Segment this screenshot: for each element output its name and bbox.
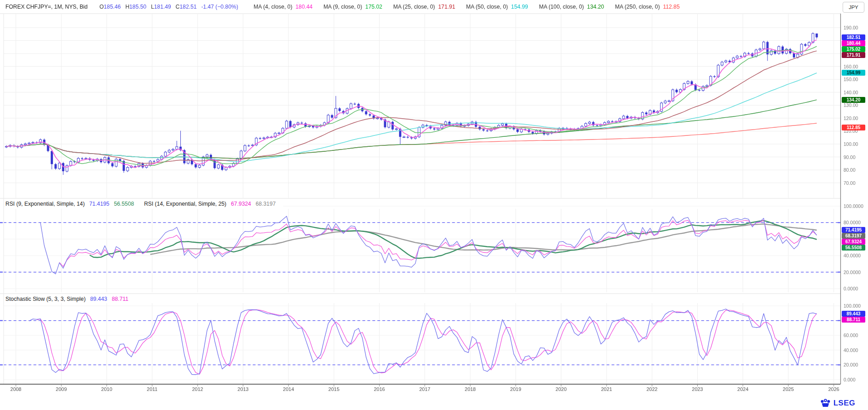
price-badge: 154.99	[842, 70, 865, 76]
year-label: 2018	[465, 386, 476, 392]
currency-code: JPY	[849, 5, 858, 10]
rsi-badge: 71.4195	[842, 227, 865, 233]
year-label: 2017	[419, 386, 430, 392]
main-axis-tick: 160.00	[844, 64, 858, 69]
year-label: 2012	[192, 386, 203, 392]
main-axis-tick: 120.00	[844, 116, 858, 121]
stoch-axis-tick: 60.000	[844, 333, 858, 338]
year-label: 2022	[646, 386, 657, 392]
main-axis-tick: 130.00	[844, 102, 858, 108]
year-label: 2026	[828, 386, 839, 392]
rsi1-signal-value: 56.5508	[114, 201, 134, 207]
rsi2-label: RSI (14, Exponential, Simple, 25)	[144, 201, 227, 207]
price-badge: 182.51	[842, 34, 865, 40]
ma-legend-label[interactable]: MA (25, close, 0)	[393, 4, 435, 10]
ma-legend-label[interactable]: MA (4, close, 0)	[254, 4, 292, 10]
rsi-axis-tick: 20.0000	[844, 270, 861, 275]
ma-legend-value: 180.44	[295, 4, 313, 10]
year-label: 2016	[374, 386, 385, 392]
year-label: 2013	[237, 386, 248, 392]
lseg-crest-icon	[820, 398, 831, 408]
chart-application: FOREX CHFJPY=, 1M, NYS, Bid O185.46H185.…	[0, 0, 868, 410]
ma-legend-value: 175.02	[365, 4, 382, 10]
ohlc-item: L181.49	[151, 4, 171, 10]
main-axis-tick: 190.00	[844, 25, 858, 30]
main-axis-tick: 80.00	[844, 167, 855, 173]
rsi-badge: 68.3197	[842, 233, 865, 239]
year-label: 2008	[10, 386, 21, 392]
ma-legend-label[interactable]: MA (50, close, 0)	[466, 4, 508, 10]
price-badge: 134.20	[842, 97, 865, 103]
ma-legend-value: 154.99	[511, 4, 528, 10]
ohlc-values: O185.46H185.50L181.49C182.51	[99, 4, 201, 10]
year-label: 2009	[56, 386, 67, 392]
year-label: 2024	[738, 386, 748, 392]
year-label: 2021	[601, 386, 612, 392]
year-label: 2011	[147, 386, 158, 392]
instrument-title[interactable]: FOREX CHFJPY=, 1M, NYS, Bid	[5, 4, 87, 10]
main-axis-tick: 140.00	[844, 90, 858, 95]
ma-legend-value: 112.85	[663, 4, 680, 10]
year-label: 2023	[692, 386, 703, 392]
year-label: 2019	[510, 386, 521, 392]
price-badge: 112.85	[842, 125, 865, 130]
rsi1-value: 71.4195	[89, 201, 109, 207]
ohlc-value: 185.46	[104, 4, 121, 10]
main-axis-tick: 100.00	[844, 141, 858, 147]
stoch-k-value: 89.443	[90, 296, 107, 302]
main-axis-tick: 90.00	[844, 154, 855, 160]
stoch-axis-tick: 0.000	[844, 377, 855, 382]
rsi2-value: 67.9324	[231, 201, 251, 207]
rsi-axis-tick: 100.0000	[844, 203, 863, 209]
stochastic-panel-header[interactable]: Stochastic Slow (5, 3, 3, Simple) 89.443…	[5, 295, 135, 303]
rsi-badge: 56.5508	[842, 245, 865, 251]
stoch-label: Stochastic Slow (5, 3, 3, Simple)	[5, 296, 86, 302]
year-label: 2015	[328, 386, 339, 392]
ohlc-prefix: O	[99, 4, 104, 10]
ohlc-item: H185.50	[125, 4, 147, 10]
ma-legend-label[interactable]: MA (9, close, 0)	[323, 4, 362, 10]
price-badge: 175.02	[842, 46, 865, 52]
year-label: 2010	[101, 386, 112, 392]
main-chart-header: FOREX CHFJPY=, 1M, NYS, Bid O185.46H185.…	[5, 0, 680, 14]
main-axis-tick: 70.00	[844, 180, 855, 186]
rsi2-signal-value: 68.3197	[256, 201, 275, 207]
stoch-badge: 89.443	[842, 311, 865, 317]
ohlc-item: C182.51	[176, 4, 197, 10]
net-change: -1.47 (−0.80%)	[201, 4, 238, 10]
ohlc-prefix: H	[125, 4, 130, 10]
year-label: 2020	[555, 386, 566, 392]
year-label: 2025	[783, 386, 794, 392]
ohlc-value: 182.51	[180, 4, 197, 10]
ma-legend-value: 134.20	[587, 4, 604, 10]
ma-legend-label[interactable]: MA (250, close, 0)	[615, 4, 660, 10]
ohlc-item: O185.46	[99, 4, 121, 10]
ohlc-value: 181.49	[154, 4, 171, 10]
rsi-badge: 67.9324	[842, 239, 865, 245]
ma-legend-value: 171.91	[438, 4, 455, 10]
rsi-axis-tick: 0.0000	[844, 286, 858, 291]
lseg-logo-text: LSEG	[834, 399, 855, 408]
ohlc-prefix: C	[176, 4, 180, 10]
stoch-axis-tick: 40.000	[844, 347, 858, 353]
rsi-panel-header[interactable]: RSI (9, Exponential, Simple, 14) 71.4195…	[5, 200, 283, 207]
ma-legend: MA (4, close, 0)180.44MA (9, close, 0)17…	[243, 4, 680, 10]
year-label: 2014	[283, 386, 294, 392]
rsi-axis-tick: 80.0000	[844, 220, 861, 225]
price-badge: 180.44	[842, 40, 865, 46]
ohlc-prefix: L	[151, 4, 154, 10]
ma-legend-label[interactable]: MA (100, close, 0)	[539, 4, 584, 10]
ohlc-value: 185.50	[130, 4, 147, 10]
price-axis-currency-label: JPY	[843, 2, 864, 13]
rsi-axis-tick: 40.0000	[844, 253, 861, 258]
lseg-logo: LSEG	[820, 398, 855, 408]
main-axis-tick: 150.00	[844, 77, 858, 82]
stoch-badge: 88.711	[842, 317, 865, 323]
stoch-axis-tick: 20.000	[844, 362, 858, 367]
stoch-d-value: 88.711	[112, 296, 129, 302]
price-badge: 171.91	[842, 52, 865, 58]
stoch-axis-tick: 100.000	[844, 303, 861, 309]
rsi1-label: RSI (9, Exponential, Simple, 14)	[5, 201, 85, 207]
